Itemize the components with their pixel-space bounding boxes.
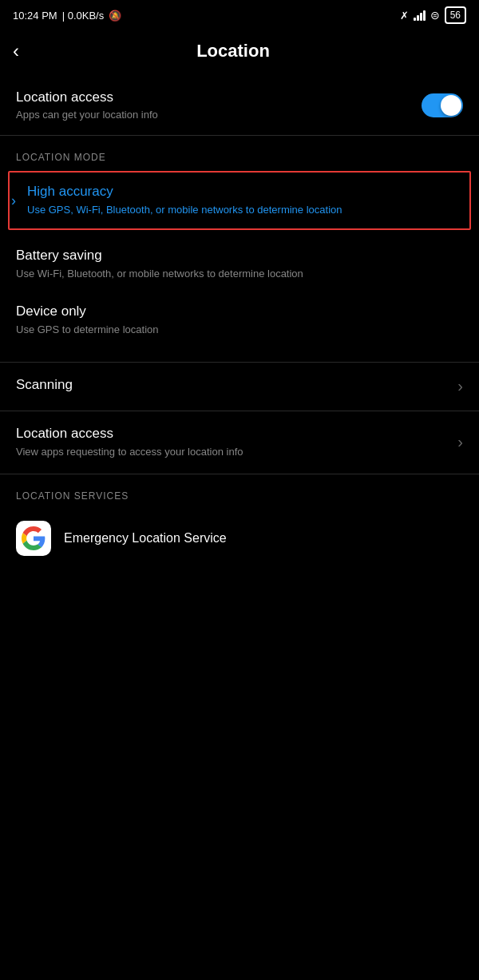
wifi-icon: ⊜ <box>430 9 440 22</box>
signal-icon <box>414 10 426 21</box>
mode-battery-saving[interactable]: Battery saving Use Wi-Fi, Bluetooth, or … <box>0 236 479 292</box>
status-bar: 10:24 PM | 0.0KB/s 🔕 ✗ ⊜ 56 <box>0 0 479 30</box>
location-access-toggle[interactable] <box>422 93 463 117</box>
mode-high-accuracy[interactable]: › High accuracy Use GPS, Wi-Fi, Bluetoot… <box>8 171 471 230</box>
scanning-chevron-icon: › <box>457 377 463 395</box>
location-access-row: Location access Apps can get your locati… <box>16 89 463 121</box>
location-access-menu-text: Location access View apps requesting to … <box>16 426 243 459</box>
high-accuracy-title: High accuracy <box>27 184 461 200</box>
toggle-knob <box>441 95 461 116</box>
emergency-location-service-item[interactable]: Emergency Location Service <box>0 510 479 567</box>
location-mode-header: LOCATION MODE <box>0 136 479 171</box>
back-button[interactable]: ‹ <box>13 40 19 62</box>
location-access-text: Location access Apps can get your locati… <box>16 89 158 121</box>
selected-chevron-icon: › <box>11 192 16 209</box>
scanning-menu-item[interactable]: Scanning › <box>0 363 479 411</box>
location-access-description: Apps can get your location info <box>16 109 158 121</box>
scanning-text: Scanning <box>16 377 73 396</box>
top-bar: ‹ Location <box>0 30 479 75</box>
location-access-menu-title: Location access <box>16 426 243 442</box>
status-left: 10:24 PM | 0.0KB/s 🔕 <box>13 10 121 22</box>
status-right: ✗ ⊜ 56 <box>400 6 466 24</box>
bluetooth-icon: ✗ <box>400 10 409 22</box>
emergency-location-service-name: Emergency Location Service <box>64 531 227 546</box>
battery-saving-title: Battery saving <box>16 248 463 264</box>
mute-icon: 🔕 <box>109 10 121 22</box>
page-title: Location <box>32 41 434 61</box>
mode-device-only[interactable]: Device only Use GPS to determine locatio… <box>0 292 479 348</box>
time: 10:24 PM <box>13 10 57 22</box>
location-access-chevron-icon: › <box>457 433 463 451</box>
location-access-menu-item[interactable]: Location access View apps requesting to … <box>0 411 479 474</box>
google-icon <box>16 521 51 556</box>
scanning-title: Scanning <box>16 377 73 393</box>
location-access-section: Location access Apps can get your locati… <box>0 75 479 135</box>
high-accuracy-description: Use GPS, Wi-Fi, Bluetooth, or mobile net… <box>27 203 461 217</box>
data-speed: | 0.0KB/s <box>62 10 105 22</box>
location-access-menu-description: View apps requesting to access your loca… <box>16 445 243 459</box>
location-access-label: Location access <box>16 89 158 105</box>
battery-saving-description: Use Wi-Fi, Bluetooth, or mobile networks… <box>16 267 463 281</box>
device-only-title: Device only <box>16 304 463 319</box>
battery-indicator: 56 <box>445 6 466 24</box>
device-only-description: Use GPS to determine location <box>16 323 463 337</box>
location-services-header: LOCATION SERVICES <box>0 474 479 510</box>
